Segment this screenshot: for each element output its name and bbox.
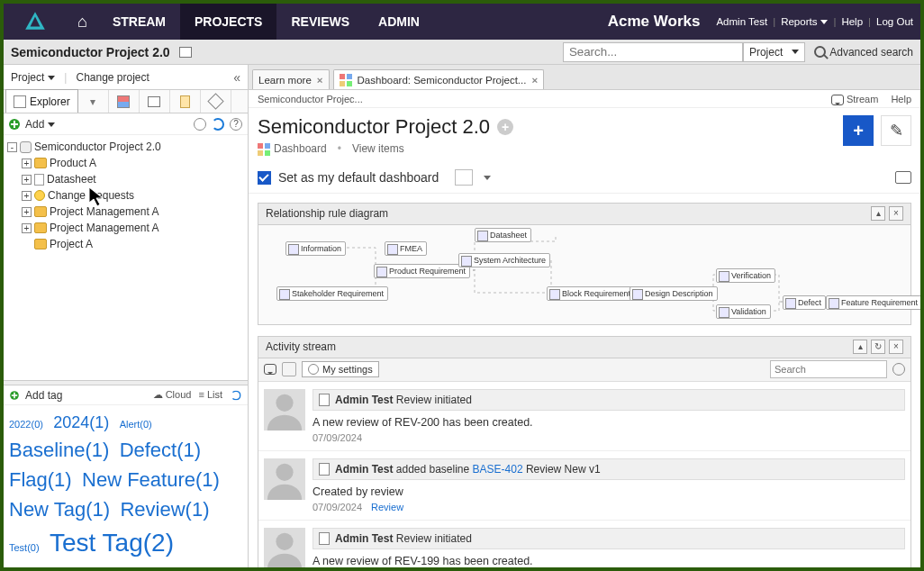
- tag-test-0-[interactable]: Test(0): [9, 542, 40, 553]
- tab-tags[interactable]: [201, 90, 231, 113]
- gear-icon[interactable]: [194, 118, 206, 131]
- activity-search[interactable]: [770, 360, 887, 378]
- link-stream[interactable]: Stream: [831, 94, 878, 107]
- default-dashboard-checkbox[interactable]: [258, 171, 271, 185]
- tag-new-tag-1-[interactable]: New Tag(1): [9, 498, 110, 521]
- gear-icon[interactable]: [892, 363, 905, 376]
- tag-2024-1-[interactable]: 2024(1): [53, 413, 109, 431]
- link-help[interactable]: Help: [841, 16, 863, 27]
- tag-flag-1-[interactable]: Flag(1): [9, 468, 72, 491]
- diagram-node[interactable]: Verification: [716, 268, 775, 283]
- help-icon[interactable]: ?: [230, 118, 242, 131]
- collapse-icon[interactable]: ▴: [871, 206, 885, 221]
- tag-2022-0-[interactable]: 2022(0): [9, 419, 43, 430]
- add-button[interactable]: Add: [25, 118, 55, 131]
- tab-calendar[interactable]: [109, 90, 140, 113]
- tab-clipboard[interactable]: [170, 90, 201, 113]
- app-logo[interactable]: [4, 4, 67, 40]
- collapse-sidebar[interactable]: «: [233, 70, 240, 85]
- print-icon[interactable]: [895, 171, 911, 184]
- edit-button[interactable]: ✎: [881, 115, 911, 146]
- diagram-node[interactable]: Information: [285, 241, 346, 256]
- tag-baseline-1-[interactable]: Baseline(1): [9, 439, 109, 461]
- expander-icon[interactable]: +: [22, 191, 32, 201]
- link-user[interactable]: Admin Test: [716, 16, 767, 27]
- expander-icon[interactable]: +: [22, 175, 32, 185]
- caret-down-icon[interactable]: [484, 176, 491, 180]
- collapse-icon[interactable]: ▴: [853, 340, 867, 354]
- change-project[interactable]: Change project: [76, 71, 149, 84]
- add-tag[interactable]: Add tag: [25, 389, 62, 402]
- diagram-node[interactable]: Stakeholder Requirement: [276, 286, 388, 301]
- activity-meta-link[interactable]: Review: [371, 502, 403, 512]
- link-help2[interactable]: Help: [891, 94, 911, 107]
- tree-row[interactable]: +Datasheet: [7, 171, 244, 187]
- tab-dashboard[interactable]: Dashboard: Semiconductor Project... ×: [333, 69, 545, 89]
- close-icon[interactable]: ×: [531, 75, 538, 86]
- diagram-node[interactable]: Product Requirement: [374, 264, 470, 278]
- refresh-icon[interactable]: ↻: [871, 340, 885, 354]
- tab-explorer[interactable]: Explorer: [5, 89, 78, 113]
- add-widget-button[interactable]: +: [497, 119, 513, 135]
- tag-test-tag-2-[interactable]: Test Tag(2): [50, 529, 174, 557]
- tab-filter[interactable]: ▾: [78, 90, 109, 113]
- view-items-link[interactable]: View items: [352, 142, 404, 156]
- tag-alert-0-[interactable]: Alert(0): [120, 419, 152, 430]
- global-search[interactable]: [563, 42, 743, 62]
- diagram-node[interactable]: Datasheet: [475, 228, 531, 242]
- tag-defect-1-[interactable]: Defect(1): [120, 439, 201, 461]
- tree-row[interactable]: +Product A: [7, 155, 244, 171]
- link-reports[interactable]: Reports: [781, 16, 828, 27]
- tag-review-1-[interactable]: Review(1): [120, 498, 209, 521]
- nav-reviews[interactable]: REVIEWS: [276, 4, 364, 40]
- refresh-icon[interactable]: [231, 390, 240, 400]
- comment-icon[interactable]: [264, 364, 276, 375]
- diagram-node[interactable]: System Architecture: [458, 253, 550, 267]
- mode-cloud[interactable]: ☁ Cloud: [153, 389, 192, 402]
- dashboard-link[interactable]: Dashboard: [258, 142, 327, 156]
- diagram-node[interactable]: FMEA: [385, 241, 427, 256]
- activity-link[interactable]: BASE-402: [473, 463, 523, 476]
- plus-icon[interactable]: [10, 391, 19, 400]
- expander-icon[interactable]: +: [22, 223, 32, 233]
- link-logout[interactable]: Log Out: [876, 16, 913, 27]
- create-button[interactable]: +: [843, 115, 874, 146]
- close-icon[interactable]: ×: [889, 340, 903, 354]
- tree-row[interactable]: -Semiconductor Project 2.0: [7, 139, 244, 155]
- diagram-node[interactable]: Block Requirement: [547, 286, 635, 301]
- nav-home[interactable]: ⌂: [67, 4, 98, 40]
- advanced-search[interactable]: Advanced search: [814, 46, 913, 59]
- relationship-diagram[interactable]: Information FMEA Datasheet Stakeholder R…: [258, 225, 910, 324]
- tree-row[interactable]: +Project Management A: [7, 220, 244, 236]
- view-mode-select[interactable]: [455, 169, 473, 186]
- expander-icon[interactable]: +: [22, 159, 32, 168]
- my-settings-button[interactable]: My settings: [302, 361, 379, 377]
- tab-layout[interactable]: [140, 90, 170, 113]
- tree-row[interactable]: +Change Requests: [7, 187, 244, 204]
- diagram-node[interactable]: Feature Requirement: [826, 295, 920, 310]
- top-links: Admin Test | Reports | Help | Log Out: [716, 4, 920, 40]
- close-icon[interactable]: ×: [317, 75, 323, 86]
- dashboard-content[interactable]: Relationship rule diagram ▴ ×: [249, 194, 920, 567]
- avatar-icon[interactable]: [282, 362, 296, 376]
- nav-projects[interactable]: PROJECTS: [180, 4, 276, 40]
- search-scope-select[interactable]: Project: [743, 42, 805, 62]
- tree-row[interactable]: +Project Management A: [7, 204, 244, 220]
- plus-icon[interactable]: [9, 119, 20, 130]
- tab-learn-more[interactable]: Learn more ×: [252, 69, 330, 89]
- tree-row[interactable]: Project A: [7, 236, 244, 252]
- expander-icon[interactable]: +: [22, 207, 32, 217]
- project-menu[interactable]: Project: [11, 71, 55, 84]
- tag-new-feature-1-[interactable]: New Feature(1): [82, 468, 220, 491]
- diagram-node[interactable]: Design Description: [630, 286, 718, 301]
- layout-icon[interactable]: [179, 47, 192, 58]
- nav-admin[interactable]: ADMIN: [364, 4, 434, 40]
- diagram-node[interactable]: Defect: [783, 295, 826, 310]
- close-icon[interactable]: ×: [889, 206, 903, 221]
- expander-icon[interactable]: -: [7, 142, 17, 152]
- diagram-node[interactable]: Validation: [716, 304, 771, 319]
- refresh-icon[interactable]: [212, 118, 224, 131]
- mode-list[interactable]: ≡ List: [198, 389, 222, 402]
- crumb-path[interactable]: Semiconductor Projec...: [258, 94, 363, 107]
- nav-stream[interactable]: STREAM: [98, 4, 180, 40]
